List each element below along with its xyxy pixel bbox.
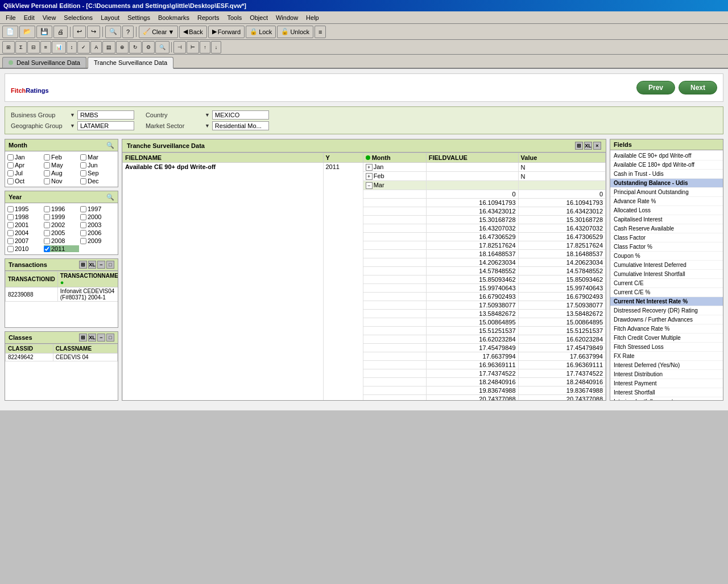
- fields-list-item[interactable]: Cumulative Interest Shortfall: [610, 270, 723, 279]
- year-checkbox-2002[interactable]: [44, 222, 50, 228]
- tb2-6[interactable]: ↕: [67, 41, 77, 54]
- menu-view[interactable]: View: [39, 13, 60, 22]
- year-checkbox-2007[interactable]: [7, 238, 14, 244]
- expand-feb[interactable]: +: [366, 173, 373, 180]
- year-checkbox-1999[interactable]: [44, 214, 50, 220]
- fields-list-item[interactable]: Outstanding Balance - Udis: [610, 179, 723, 188]
- fields-list-item[interactable]: Cash in Trust - Udis: [610, 170, 723, 179]
- transaction-row[interactable]: 82239088Infonavit CEDEVIS04 (F#80371) 20…: [6, 287, 118, 302]
- back-btn[interactable]: ◀ Back: [179, 26, 206, 38]
- middle-icon-close[interactable]: ×: [593, 142, 601, 150]
- prev-button[interactable]: Prev: [636, 81, 675, 94]
- classes-icon-close[interactable]: □: [106, 334, 114, 342]
- year-checkbox-2000[interactable]: [80, 214, 86, 220]
- menu-reports[interactable]: Reports: [194, 13, 223, 22]
- misc-btn[interactable]: ≡: [315, 26, 326, 38]
- expand-jan[interactable]: +: [366, 164, 373, 171]
- search-btn[interactable]: 🔍: [105, 26, 121, 38]
- tab-deal-surveillance[interactable]: Deal Surveillance Data: [2, 57, 86, 68]
- transactions-icon-1[interactable]: ⊞: [79, 261, 87, 269]
- tranche-table-wrapper[interactable]: FIELDNAME Y Month FIELDVALUE Value Avail…: [122, 153, 606, 400]
- year-checkbox-2008[interactable]: [44, 238, 50, 244]
- tb2-8[interactable]: A: [90, 41, 102, 54]
- year-search-icon[interactable]: 🔍: [106, 193, 114, 201]
- class-row[interactable]: 82249642CEDEVIS 04: [6, 353, 118, 361]
- middle-icon-xl[interactable]: XL: [584, 142, 592, 150]
- fields-list-item[interactable]: Current C/E %: [610, 288, 723, 297]
- tb2-1[interactable]: ⊞: [2, 41, 15, 54]
- fields-list-item[interactable]: Principal Amount Outstanding: [610, 188, 723, 197]
- market-sector-value[interactable]: Residential Mo...: [212, 121, 269, 130]
- fields-list-item[interactable]: Interest Deferred (Yes/No): [610, 361, 723, 370]
- next-button[interactable]: Next: [679, 81, 717, 94]
- fields-list-item[interactable]: Available CE 180+ dpd Write-off: [610, 161, 723, 170]
- fields-list-item[interactable]: Current Net Interest Rate %: [610, 297, 723, 306]
- help-btn[interactable]: ?: [122, 26, 134, 38]
- year-checkbox-2006[interactable]: [80, 230, 86, 236]
- year-checkbox-1996[interactable]: [44, 206, 50, 212]
- month-checkbox-nov[interactable]: [44, 178, 50, 184]
- unlock-btn[interactable]: 🔓 Unlock: [277, 26, 313, 38]
- transactions-icon-close[interactable]: □: [106, 261, 114, 269]
- transactions-icon-min[interactable]: −: [97, 261, 105, 269]
- open-btn[interactable]: 📂: [19, 26, 35, 38]
- business-group-value[interactable]: RMBS: [77, 110, 134, 120]
- fields-list-item[interactable]: FX Rate: [610, 352, 723, 361]
- fields-list-item[interactable]: Fitch Stressed Loss: [610, 343, 723, 352]
- menu-edit[interactable]: Edit: [20, 13, 38, 22]
- forward-btn[interactable]: ▶ Forward: [208, 26, 245, 38]
- tb2-align4[interactable]: ↓: [211, 41, 222, 54]
- menu-tools[interactable]: Tools: [224, 13, 245, 22]
- month-checkbox-apr[interactable]: [7, 162, 14, 168]
- country-value[interactable]: MEXICO: [212, 110, 269, 120]
- tb2-align2[interactable]: ⊢: [187, 41, 199, 54]
- month-checkbox-mar[interactable]: [80, 154, 86, 161]
- year-checkbox-2001[interactable]: [7, 222, 14, 228]
- tb2-13[interactable]: 🔍: [155, 41, 169, 54]
- tb2-4[interactable]: ≡: [40, 41, 51, 54]
- year-checkbox-2009[interactable]: [80, 238, 86, 244]
- fields-list-item[interactable]: Distressed Recovery (DR) Rating: [610, 306, 723, 315]
- classes-icon-xl[interactable]: XL: [88, 334, 96, 342]
- tb2-10[interactable]: ⊕: [116, 41, 129, 54]
- menu-settings[interactable]: Settings: [124, 13, 154, 22]
- fields-list-item[interactable]: Class Factor: [610, 233, 723, 242]
- month-checkbox-feb[interactable]: [44, 154, 50, 161]
- new-btn[interactable]: 📄: [2, 26, 18, 38]
- year-checkbox-1997[interactable]: [80, 206, 86, 212]
- geographic-group-value[interactable]: LATAMER: [77, 121, 134, 130]
- menu-help[interactable]: Help: [303, 13, 322, 22]
- fields-list-item[interactable]: Class Factor %: [610, 242, 723, 252]
- year-checkbox-2011[interactable]: [44, 246, 50, 252]
- menu-bookmarks[interactable]: Bookmarks: [155, 13, 193, 22]
- month-checkbox-jul[interactable]: [7, 170, 14, 176]
- year-checkbox-1998[interactable]: [7, 214, 14, 220]
- lock-btn[interactable]: 🔒 Lock: [246, 26, 276, 38]
- fields-list-item[interactable]: Current C/E: [610, 279, 723, 288]
- month-checkbox-may[interactable]: [44, 162, 50, 168]
- month-checkbox-aug[interactable]: [44, 170, 50, 176]
- tb2-12[interactable]: ⚙: [142, 41, 155, 54]
- undo-btn[interactable]: ↩: [73, 26, 86, 38]
- fields-list-item[interactable]: Advance Rate %: [610, 197, 723, 206]
- fields-list-item[interactable]: Fitch Advance Rate %: [610, 324, 723, 334]
- menu-window[interactable]: Window: [272, 13, 301, 22]
- month-checkbox-oct[interactable]: [7, 178, 14, 184]
- transactions-icon-xl[interactable]: XL: [88, 261, 96, 269]
- fields-list-item[interactable]: Allocated Loss: [610, 206, 723, 215]
- tb2-align1[interactable]: ⊣: [173, 41, 186, 54]
- fields-list-item[interactable]: Interim shortfall amount: [610, 397, 723, 401]
- fields-list-item[interactable]: Cash Reserve Available: [610, 224, 723, 233]
- year-checkbox-2003[interactable]: [80, 222, 86, 228]
- year-checkbox-2005[interactable]: [44, 230, 50, 236]
- save-btn[interactable]: 💾: [36, 26, 52, 38]
- menu-file[interactable]: File: [2, 13, 19, 22]
- month-checkbox-jun[interactable]: [80, 162, 86, 168]
- fields-list-item[interactable]: Available CE 90+ dpd Write-off: [610, 151, 723, 161]
- fields-list-item[interactable]: Interest Distribution: [610, 370, 723, 379]
- fields-list-item[interactable]: Capitalised Interest: [610, 215, 723, 224]
- fields-list-item[interactable]: Cumulative Interest Deferred: [610, 261, 723, 270]
- tb2-11[interactable]: ↻: [129, 41, 142, 54]
- middle-icon-1[interactable]: ⊞: [575, 142, 583, 150]
- redo-btn[interactable]: ↪: [87, 26, 100, 38]
